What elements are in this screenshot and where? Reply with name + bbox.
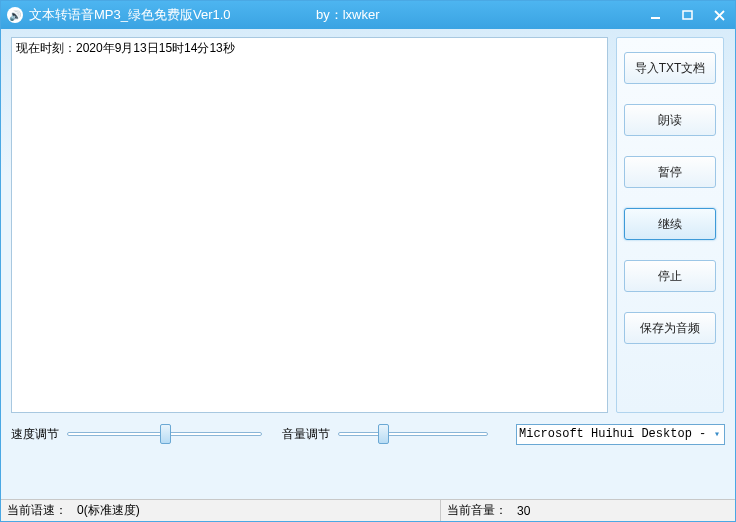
slider-row: 速度调节 音量调节 Microsoft Huihui Desktop - Ch … [1,417,735,453]
side-panel: 导入TXT文档 朗读 暂停 继续 停止 保存为音频 [616,37,724,413]
voice-select-value: Microsoft Huihui Desktop - Ch [519,427,712,441]
status-speed-label: 当前语速： [7,502,67,519]
maximize-button[interactable] [671,1,703,29]
window-title: 文本转语音MP3_绿色免费版Ver1.0 [29,6,231,24]
main-area: 导入TXT文档 朗读 暂停 继续 停止 保存为音频 [1,29,735,417]
volume-label: 音量调节 [282,426,330,443]
window-author: by：lxwker [316,6,380,24]
statusbar: 当前语速： 0(标准速度) 当前音量： 30 [1,499,735,521]
maximize-icon [682,10,693,21]
close-button[interactable] [703,1,735,29]
status-speed: 当前语速： 0(标准速度) [1,500,441,521]
status-volume: 当前音量： 30 [441,500,735,521]
volume-thumb[interactable] [378,424,389,444]
app-window: 🔊 文本转语音MP3_绿色免费版Ver1.0 by：lxwker 导入TXT文档… [0,0,736,522]
client-area: 导入TXT文档 朗读 暂停 继续 停止 保存为音频 速度调节 音量调节 Micr… [1,29,735,521]
speed-label: 速度调节 [11,426,59,443]
chevron-down-icon: ▾ [712,428,722,440]
speed-slider[interactable] [67,423,262,445]
status-volume-value: 30 [517,504,530,518]
minimize-icon [650,10,661,21]
status-speed-value: 0(标准速度) [77,502,140,519]
status-volume-label: 当前音量： [447,502,507,519]
minimize-button[interactable] [639,1,671,29]
read-button[interactable]: 朗读 [624,104,716,136]
stop-button[interactable]: 停止 [624,260,716,292]
voice-select[interactable]: Microsoft Huihui Desktop - Ch ▾ [516,424,725,445]
close-icon [714,10,725,21]
titlebar: 🔊 文本转语音MP3_绿色免费版Ver1.0 by：lxwker [1,1,735,29]
speed-thumb[interactable] [160,424,171,444]
svg-rect-1 [683,11,692,19]
import-txt-button[interactable]: 导入TXT文档 [624,52,716,84]
window-controls [639,1,735,29]
pause-button[interactable]: 暂停 [624,156,716,188]
text-input[interactable] [11,37,608,413]
app-icon: 🔊 [7,7,23,23]
save-audio-button[interactable]: 保存为音频 [624,312,716,344]
volume-slider[interactable] [338,423,488,445]
volume-track [338,432,488,436]
resume-button[interactable]: 继续 [624,208,716,240]
